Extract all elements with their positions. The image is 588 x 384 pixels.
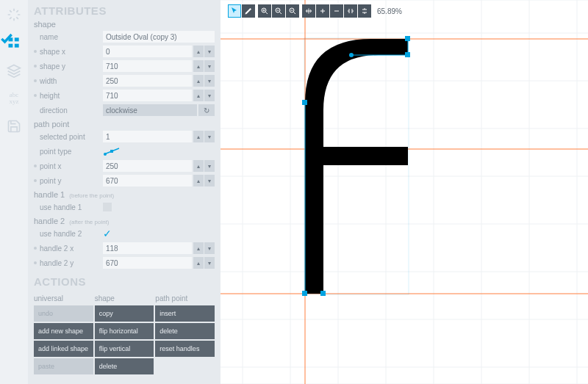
- flip-h-tool-button[interactable]: [344, 4, 357, 18]
- svg-rect-6: [110, 150, 113, 153]
- svg-point-36: [349, 53, 354, 57]
- rail-glyphs-icon[interactable]: abcxyz: [5, 90, 23, 107]
- svg-rect-37: [302, 100, 307, 105]
- selected-point-field[interactable]: 1: [103, 131, 192, 142]
- rail-compass-icon[interactable]: [5, 6, 23, 23]
- add-new-shape-button[interactable]: add new shape: [34, 323, 93, 339]
- actions-shape-col: shape copy flip horizontal flip vertical…: [95, 291, 154, 376]
- handle2-x-spinner[interactable]: ▴▾: [193, 242, 215, 254]
- zoom-fit-tool-button[interactable]: [286, 4, 299, 18]
- actions-universal-title: universal: [34, 291, 93, 305]
- rail-attributes-icon[interactable]: [5, 34, 23, 51]
- svg-rect-34: [405, 36, 410, 41]
- svg-line-46: [280, 12, 282, 15]
- svg-line-49: [294, 12, 296, 15]
- svg-rect-39: [320, 291, 326, 296]
- actions-pathpoint-col: path point insert delete reset handles: [155, 291, 215, 376]
- handle2-x-label: handle 2 x: [40, 244, 103, 253]
- insert-point-button[interactable]: insert: [155, 305, 215, 322]
- handle2-section-title: handle 2 (after the point): [34, 217, 215, 225]
- add-point-button[interactable]: [316, 4, 329, 18]
- canvas[interactable]: 65.89%: [220, 0, 588, 384]
- selected-point-label: selected point: [40, 133, 103, 141]
- actions-pathpoint-title: path point: [155, 291, 215, 305]
- zoom-out-tool-button[interactable]: [272, 4, 285, 18]
- zoom-in-tool-button[interactable]: [258, 4, 271, 18]
- width-label: width: [40, 77, 103, 85]
- height-spinner[interactable]: ▴▾: [193, 90, 215, 101]
- attributes-title: ATTRIBUTES: [34, 4, 215, 17]
- svg-rect-3: [15, 44, 19, 48]
- handle2-y-field[interactable]: 670: [103, 257, 192, 269]
- shape-y-field[interactable]: 710: [103, 60, 192, 72]
- use-handle1-label: use handle 1: [40, 203, 103, 211]
- height-label: height: [40, 92, 103, 100]
- selected-point-spinner[interactable]: ▴▾: [193, 131, 215, 142]
- svg-rect-35: [405, 52, 410, 57]
- shape-x-label: shape x: [40, 48, 103, 56]
- width-spinner[interactable]: ▴▾: [193, 75, 215, 87]
- rail-layers-icon[interactable]: [5, 62, 23, 79]
- use-handle1-checkbox[interactable]: [103, 203, 112, 211]
- actions-universal-col: universal undo add new shape add linked …: [34, 291, 93, 376]
- direction-field[interactable]: clockwise: [103, 104, 197, 116]
- remove-point-button[interactable]: [330, 4, 343, 18]
- point-type-icon[interactable]: [103, 146, 125, 156]
- width-field[interactable]: 250: [103, 75, 192, 87]
- point-y-label: point y: [40, 177, 103, 185]
- shape-y-label: shape y: [40, 62, 103, 70]
- pen-tool-button[interactable]: [242, 4, 255, 18]
- delete-shape-button[interactable]: delete: [95, 358, 154, 374]
- point-y-spinner[interactable]: ▴▾: [193, 175, 215, 186]
- height-field[interactable]: 710: [103, 90, 192, 101]
- name-field[interactable]: Outside Oval (copy 3): [103, 31, 215, 43]
- shape-section-title: shape: [34, 20, 215, 29]
- reset-handles-button[interactable]: reset handles: [155, 341, 215, 357]
- svg-rect-30: [323, 147, 408, 165]
- shape-x-field[interactable]: 0: [103, 46, 192, 57]
- direction-label: direction: [40, 106, 103, 115]
- handle2-y-spinner[interactable]: ▴▾: [193, 257, 215, 269]
- actions-title: ACTIONS: [34, 275, 215, 288]
- delete-point-button[interactable]: delete: [155, 323, 215, 339]
- handle2-x-field[interactable]: 118: [103, 242, 192, 254]
- pointer-tool-button[interactable]: [228, 4, 241, 18]
- attributes-panel: ATTRIBUTES shape nameOutside Oval (copy …: [28, 0, 220, 384]
- handle1-section-title: handle 1 (before the point): [34, 190, 215, 199]
- paste-button[interactable]: paste: [34, 358, 93, 374]
- undo-button[interactable]: undo: [34, 305, 93, 322]
- flip-vertical-button[interactable]: flip vertical: [95, 341, 154, 357]
- pan-tool-button[interactable]: [302, 4, 315, 18]
- flip-horizontal-button[interactable]: flip horizontal: [95, 323, 154, 339]
- svg-rect-1: [15, 37, 19, 41]
- point-x-label: point x: [40, 162, 103, 170]
- svg-line-42: [266, 12, 268, 15]
- actions-shape-title: shape: [95, 291, 154, 305]
- canvas-toolbar: 65.89%: [228, 4, 402, 18]
- pathpoint-section-title: path point: [34, 120, 215, 128]
- point-y-field[interactable]: 670: [103, 175, 192, 186]
- add-linked-shape-button[interactable]: add linked shape: [34, 341, 93, 357]
- svg-rect-38: [302, 291, 307, 296]
- flip-v-tool-button[interactable]: [358, 4, 371, 18]
- name-label: name: [40, 33, 103, 41]
- use-handle2-checkbox[interactable]: ✓: [103, 229, 112, 238]
- handle2-y-label: handle 2 y: [40, 259, 103, 267]
- glyph-shape[interactable]: [305, 39, 408, 294]
- use-handle2-label: use handle 2: [40, 230, 103, 238]
- svg-marker-4: [8, 65, 21, 71]
- zoom-level: 65.89%: [377, 7, 402, 15]
- point-x-spinner[interactable]: ▴▾: [193, 160, 215, 172]
- tool-rail: abcxyz: [0, 0, 28, 384]
- shape-x-spinner[interactable]: ▴▾: [193, 46, 215, 57]
- svg-point-7: [104, 153, 107, 156]
- point-x-field[interactable]: 250: [103, 160, 192, 172]
- copy-button[interactable]: copy: [95, 305, 154, 322]
- point-type-label: point type: [40, 148, 103, 156]
- reverse-direction-button[interactable]: ↻: [198, 104, 215, 116]
- rail-save-icon[interactable]: [5, 117, 23, 135]
- canvas-grid: [220, 0, 588, 384]
- shape-y-spinner[interactable]: ▴▾: [193, 60, 215, 72]
